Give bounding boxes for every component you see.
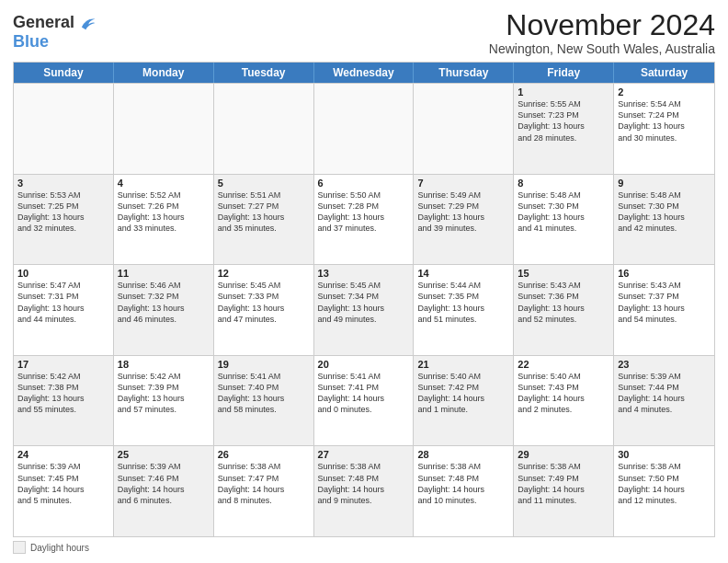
cal-cell: 21Sunrise: 5:40 AM Sunset: 7:42 PM Dayli… [414, 356, 514, 446]
day-number: 8 [518, 178, 609, 189]
day-info: Sunrise: 5:50 AM Sunset: 7:28 PM Dayligh… [318, 190, 410, 235]
day-number: 23 [618, 359, 711, 370]
cal-header-cell-friday: Friday [514, 63, 614, 83]
day-info: Sunrise: 5:46 AM Sunset: 7:32 PM Dayligh… [118, 280, 210, 325]
day-number: 25 [118, 449, 210, 460]
day-number: 20 [318, 359, 410, 370]
day-info: Sunrise: 5:38 AM Sunset: 7:50 PM Dayligh… [618, 461, 711, 506]
day-number: 3 [17, 178, 109, 189]
day-number: 24 [17, 449, 109, 460]
day-info: Sunrise: 5:41 AM Sunset: 7:41 PM Dayligh… [318, 371, 410, 416]
day-number: 1 [518, 86, 609, 98]
day-number: 17 [17, 359, 109, 370]
cal-cell: 10Sunrise: 5:47 AM Sunset: 7:31 PM Dayli… [14, 265, 114, 355]
cal-header-cell-tuesday: Tuesday [214, 63, 314, 83]
day-info: Sunrise: 5:39 AM Sunset: 7:46 PM Dayligh… [118, 461, 210, 506]
day-number: 14 [417, 268, 509, 279]
cal-cell: 9Sunrise: 5:48 AM Sunset: 7:30 PM Daylig… [614, 175, 714, 265]
day-info: Sunrise: 5:38 AM Sunset: 7:48 PM Dayligh… [318, 461, 410, 506]
cal-cell: 8Sunrise: 5:48 AM Sunset: 7:30 PM Daylig… [514, 175, 614, 265]
day-info: Sunrise: 5:38 AM Sunset: 7:47 PM Dayligh… [218, 461, 310, 506]
cal-cell: 13Sunrise: 5:45 AM Sunset: 7:34 PM Dayli… [314, 265, 415, 355]
day-number: 30 [618, 449, 711, 460]
cal-cell: 30Sunrise: 5:38 AM Sunset: 7:50 PM Dayli… [614, 446, 714, 536]
cal-header-cell-thursday: Thursday [414, 63, 514, 83]
day-info: Sunrise: 5:43 AM Sunset: 7:37 PM Dayligh… [618, 280, 711, 325]
day-info: Sunrise: 5:42 AM Sunset: 7:39 PM Dayligh… [118, 371, 210, 416]
day-number: 5 [218, 178, 310, 189]
cal-row-5: 24Sunrise: 5:39 AM Sunset: 7:45 PM Dayli… [14, 445, 714, 536]
day-number: 9 [618, 178, 711, 189]
day-info: Sunrise: 5:40 AM Sunset: 7:42 PM Dayligh… [417, 371, 509, 416]
cal-cell: 19Sunrise: 5:41 AM Sunset: 7:40 PM Dayli… [214, 356, 314, 446]
cal-cell: 27Sunrise: 5:38 AM Sunset: 7:48 PM Dayli… [314, 446, 415, 536]
cal-cell: 17Sunrise: 5:42 AM Sunset: 7:38 PM Dayli… [14, 356, 114, 446]
day-number: 29 [518, 449, 609, 460]
cal-cell: 5Sunrise: 5:51 AM Sunset: 7:27 PM Daylig… [214, 175, 314, 265]
cal-header-cell-saturday: Saturday [614, 63, 714, 83]
cal-row-4: 17Sunrise: 5:42 AM Sunset: 7:38 PM Dayli… [14, 355, 714, 446]
cal-cell: 11Sunrise: 5:46 AM Sunset: 7:32 PM Dayli… [114, 265, 214, 355]
cal-cell: 7Sunrise: 5:49 AM Sunset: 7:29 PM Daylig… [414, 175, 514, 265]
cal-cell: 28Sunrise: 5:38 AM Sunset: 7:48 PM Dayli… [414, 446, 514, 536]
cal-cell: 4Sunrise: 5:52 AM Sunset: 7:26 PM Daylig… [114, 175, 214, 265]
cal-cell: 1Sunrise: 5:55 AM Sunset: 7:23 PM Daylig… [514, 84, 614, 174]
calendar-body: 1Sunrise: 5:55 AM Sunset: 7:23 PM Daylig… [14, 83, 714, 536]
day-info: Sunrise: 5:40 AM Sunset: 7:43 PM Dayligh… [518, 371, 609, 416]
logo-text-blue: Blue [13, 33, 97, 52]
day-number: 28 [417, 449, 509, 460]
cal-cell: 2Sunrise: 5:54 AM Sunset: 7:24 PM Daylig… [614, 84, 714, 174]
day-info: Sunrise: 5:54 AM Sunset: 7:24 PM Dayligh… [618, 98, 711, 144]
day-number: 16 [618, 268, 711, 279]
day-number: 27 [318, 449, 410, 460]
calendar: SundayMondayTuesdayWednesdayThursdayFrid… [13, 62, 715, 537]
cal-cell: 12Sunrise: 5:45 AM Sunset: 7:33 PM Dayli… [214, 265, 314, 355]
cal-cell: 16Sunrise: 5:43 AM Sunset: 7:37 PM Dayli… [614, 265, 714, 355]
calendar-header-row: SundayMondayTuesdayWednesdayThursdayFrid… [14, 63, 714, 83]
day-info: Sunrise: 5:49 AM Sunset: 7:29 PM Dayligh… [417, 190, 509, 235]
day-number: 15 [518, 268, 609, 279]
logo: General Blue [13, 13, 97, 52]
cal-cell: 15Sunrise: 5:43 AM Sunset: 7:36 PM Dayli… [514, 265, 614, 355]
day-number: 22 [518, 359, 609, 370]
day-number: 7 [417, 178, 509, 189]
day-info: Sunrise: 5:48 AM Sunset: 7:30 PM Dayligh… [618, 190, 711, 235]
cal-cell: 24Sunrise: 5:39 AM Sunset: 7:45 PM Dayli… [14, 446, 114, 536]
cal-cell [14, 84, 114, 174]
cal-cell: 3Sunrise: 5:53 AM Sunset: 7:25 PM Daylig… [14, 175, 114, 265]
cal-cell [214, 84, 314, 174]
day-info: Sunrise: 5:45 AM Sunset: 7:33 PM Dayligh… [218, 280, 310, 325]
day-number: 18 [118, 359, 210, 370]
day-info: Sunrise: 5:38 AM Sunset: 7:48 PM Dayligh… [417, 461, 509, 506]
cal-cell [314, 84, 415, 174]
legend: Daylight hours [13, 541, 715, 554]
day-number: 26 [218, 449, 310, 460]
day-info: Sunrise: 5:42 AM Sunset: 7:38 PM Dayligh… [17, 371, 109, 416]
cal-header-cell-wednesday: Wednesday [314, 63, 415, 83]
logo-text-general: General [13, 14, 74, 32]
location: Newington, New South Wales, Australia [489, 41, 715, 56]
cal-header-cell-monday: Monday [114, 63, 214, 83]
cal-cell: 6Sunrise: 5:50 AM Sunset: 7:28 PM Daylig… [314, 175, 415, 265]
title-block: November 2024 Newington, New South Wales… [489, 9, 715, 56]
day-number: 11 [118, 268, 210, 279]
day-info: Sunrise: 5:41 AM Sunset: 7:40 PM Dayligh… [218, 371, 310, 416]
cal-cell: 14Sunrise: 5:44 AM Sunset: 7:35 PM Dayli… [414, 265, 514, 355]
cal-cell: 18Sunrise: 5:42 AM Sunset: 7:39 PM Dayli… [114, 356, 214, 446]
day-number: 21 [417, 359, 509, 370]
cal-header-cell-sunday: Sunday [14, 63, 114, 83]
day-number: 2 [618, 86, 711, 98]
day-number: 10 [17, 268, 109, 279]
cal-row-1: 1Sunrise: 5:55 AM Sunset: 7:23 PM Daylig… [14, 83, 714, 174]
cal-cell: 22Sunrise: 5:40 AM Sunset: 7:43 PM Dayli… [514, 356, 614, 446]
cal-cell: 26Sunrise: 5:38 AM Sunset: 7:47 PM Dayli… [214, 446, 314, 536]
day-info: Sunrise: 5:45 AM Sunset: 7:34 PM Dayligh… [318, 280, 410, 325]
day-info: Sunrise: 5:48 AM Sunset: 7:30 PM Dayligh… [518, 190, 609, 235]
day-info: Sunrise: 5:44 AM Sunset: 7:35 PM Dayligh… [417, 280, 509, 325]
logo-bird-icon [76, 13, 97, 33]
day-number: 4 [118, 178, 210, 189]
day-info: Sunrise: 5:38 AM Sunset: 7:49 PM Dayligh… [518, 461, 609, 506]
day-number: 19 [218, 359, 310, 370]
day-info: Sunrise: 5:51 AM Sunset: 7:27 PM Dayligh… [218, 190, 310, 235]
month-title: November 2024 [489, 9, 715, 41]
